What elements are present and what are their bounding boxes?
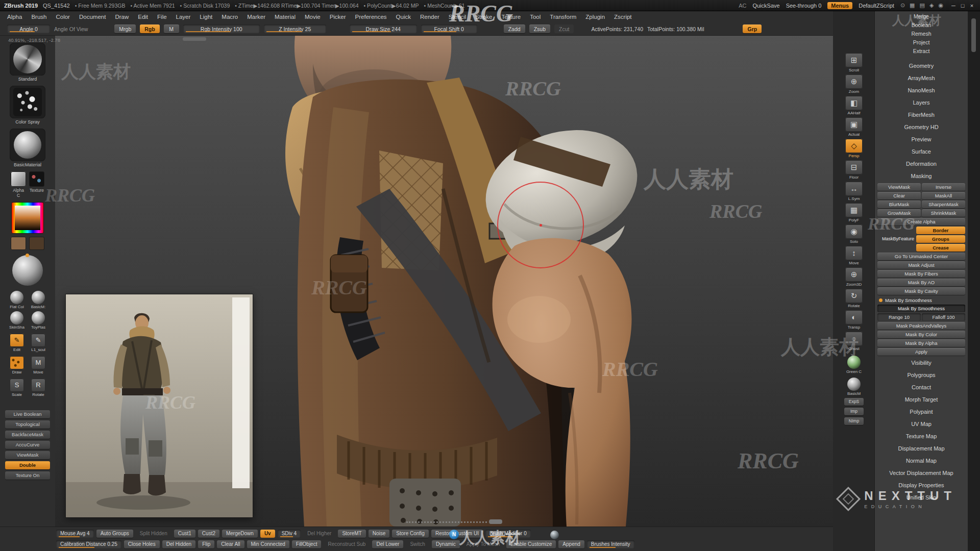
tool-subpalette[interactable]: Contact [875, 381, 968, 393]
scale-mode-button[interactable]: S Scale [8, 379, 26, 397]
canvas-divider-handle[interactable] [489, 519, 502, 524]
right-strip-button[interactable]: ▦ PolyF [843, 203, 865, 222]
menu-item[interactable]: Stencil [449, 14, 467, 20]
masking-button[interactable]: Inverse [922, 183, 965, 191]
bottom-shelf-control[interactable]: Split Hidden [136, 530, 172, 538]
masking-button[interactable]: Mask Adjust [877, 261, 965, 269]
material-preview-sphere[interactable] [12, 255, 43, 286]
menu-item[interactable]: Tool [530, 14, 541, 20]
texture-picker[interactable] [29, 171, 44, 187]
left-tray-toggle[interactable]: ViewMask [5, 451, 50, 459]
masking-button[interactable]: Clear [877, 192, 921, 199]
bottom-shelf-control[interactable]: Noise [369, 530, 390, 538]
right-strip-button[interactable]: ↕ Move [843, 246, 865, 265]
move-mode-button[interactable]: M Move [30, 356, 47, 374]
masking-button[interactable]: MaskAll [922, 192, 965, 199]
menu-item[interactable]: Zplugin [585, 14, 605, 20]
falloff-slider[interactable]: Falloff 100 [922, 313, 965, 321]
menu-item[interactable]: Brush [31, 14, 46, 20]
left-tray-toggle[interactable]: Texture On [5, 471, 50, 480]
masking-button[interactable]: Apply [877, 348, 965, 356]
zadd-button[interactable]: Zadd [504, 24, 525, 33]
right-strip-button[interactable]: ◌ Ghost [843, 332, 865, 351]
quick-material[interactable]: Flat Col [7, 291, 27, 309]
menu-item[interactable]: Marker [247, 14, 265, 20]
rgb-intensity-slider[interactable]: Rgb Intensity 100 [183, 24, 260, 33]
mask-by-feature-button[interactable]: Groups [916, 235, 965, 243]
tool-subpalette[interactable]: Displacement Map [875, 442, 968, 455]
bottom-shelf-control[interactable]: Min Connected [247, 540, 289, 548]
menu-item[interactable]: Layer [176, 14, 191, 20]
window-control-icon[interactable]: □ [959, 3, 967, 9]
bottom-shelf-control[interactable]: Reconstruct Sub [324, 540, 370, 548]
zcut-button[interactable]: Zcut [554, 24, 574, 33]
window-control-icon[interactable]: ─ [949, 3, 958, 9]
menu-item[interactable]: Stroke [475, 14, 492, 20]
bottom-shelf-control[interactable]: Del Lower [372, 540, 403, 548]
angle-slider[interactable]: Angle 0 [7, 24, 50, 33]
z-intensity-slider[interactable]: Z Intensity 25 [264, 24, 326, 33]
rotate-mode-button[interactable]: R Rotate [30, 379, 47, 397]
scrollbar-thumb[interactable] [971, 18, 976, 52]
bottom-shelf-control[interactable]: Mouse Avg 4 [56, 530, 94, 538]
tool-subpalette[interactable]: Unified Skin [875, 491, 968, 504]
stroke-picker[interactable] [10, 86, 45, 118]
m-button[interactable]: M [164, 24, 179, 33]
right-strip-button[interactable]: ↔ L.Sym [843, 182, 865, 201]
focal-shift-slider[interactable]: Focal Shift 0 [421, 24, 477, 33]
menu-item[interactable]: Zscript [614, 14, 632, 20]
tool-subpalette[interactable]: ArrayMesh [875, 72, 968, 84]
masking-button[interactable]: BlurMask [877, 201, 921, 208]
tool-subpalette[interactable]: Extract [875, 47, 968, 56]
bottom-shelf-control[interactable]: Append [558, 540, 584, 548]
draw-mode-button[interactable]: Draw [8, 356, 26, 374]
bottom-shelf-control[interactable]: Cust1 [174, 530, 195, 538]
bottom-shelf-control[interactable]: StoreMT [338, 530, 365, 538]
masking-button[interactable]: ViewMask [877, 183, 921, 191]
bottom-shelf-control[interactable]: Switch [406, 540, 429, 548]
noise-preview-sphere-icon[interactable] [550, 531, 559, 539]
quick-material[interactable]: ToyPlas [29, 311, 48, 330]
right-strip-button[interactable]: ↻ Rotate [843, 289, 865, 308]
create-alpha-button[interactable]: Create Alpha [877, 218, 965, 226]
menu-item[interactable]: Picker [330, 14, 346, 20]
range-slider[interactable]: Range 10 [877, 313, 921, 321]
quicksave-button[interactable]: QuickSave [752, 3, 779, 9]
reference-image-panel[interactable] [66, 294, 253, 517]
tool-subpalette[interactable]: Polypaint [875, 406, 968, 418]
quick-material[interactable]: SkinSha [7, 311, 27, 330]
tool-subpalette[interactable]: Normal Map [875, 455, 968, 467]
material-picker[interactable] [10, 129, 45, 161]
titlebar-tool-icon[interactable]: ▤ [920, 2, 925, 9]
tool-subpalette[interactable]: Deformation [875, 158, 968, 170]
default-zscript-button[interactable]: DefaultZScript [859, 3, 894, 9]
right-strip-mini-button[interactable]: ExpS [844, 398, 864, 406]
window-control-icon[interactable]: × [968, 3, 976, 9]
bottom-shelf-control[interactable]: Flip [198, 540, 214, 548]
bottom-shelf-control[interactable]: Apply To Mesh [462, 540, 504, 548]
tool-subpalette[interactable]: Display Properties [875, 479, 968, 491]
right-strip-button[interactable]: ⊟ Floor [843, 160, 865, 180]
menu-item[interactable]: Document [79, 14, 106, 20]
right-strip-button[interactable]: ◐ Transp [843, 310, 865, 330]
sculpt-viewport[interactable] [55, 36, 833, 527]
bottom-shelf-control[interactable]: Enable Customize [506, 540, 556, 548]
tool-subpalette[interactable]: Geometry HD [875, 121, 968, 133]
tool-subpalette[interactable]: NanoMesh [875, 84, 968, 96]
menu-item[interactable]: Preferences [355, 14, 387, 20]
tool-subpalette[interactable]: Texture Map [875, 430, 968, 442]
color-picker-gradient[interactable] [15, 206, 40, 230]
masking-button[interactable]: Mask PeaksAndValleys [877, 322, 965, 330]
see-through-slider[interactable]: See-through 0 [786, 3, 822, 9]
right-strip-button[interactable]: ▣ Actual [843, 117, 865, 137]
masking-button[interactable]: Mask By Alpha [877, 339, 965, 347]
bottom-shelf-control[interactable]: MergeDown [222, 530, 258, 538]
zsub-button[interactable]: Zsub [529, 24, 550, 33]
tool-subpalette[interactable]: FiberMesh [875, 109, 968, 121]
left-tray-toggle[interactable]: Topological [5, 420, 50, 429]
bottom-shelf-control[interactable]: Close Holes [124, 540, 160, 548]
left-tray-toggle[interactable]: Double [5, 461, 50, 469]
bottom-shelf-control[interactable]: Store Config [392, 530, 429, 538]
tool-subpalette[interactable]: Merge [875, 12, 968, 21]
bottom-shelf-control[interactable]: Calibration Distance 0.25 [56, 540, 121, 548]
